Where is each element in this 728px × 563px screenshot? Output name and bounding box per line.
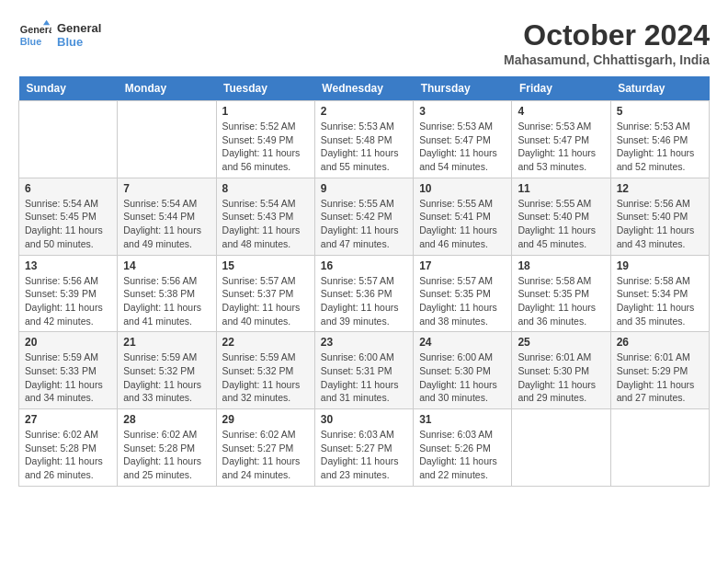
day-info: Sunrise: 5:55 AMSunset: 5:40 PMDaylight:… — [518, 197, 604, 251]
day-number: 5 — [617, 105, 703, 118]
day-info: Sunrise: 5:58 AMSunset: 5:35 PMDaylight:… — [518, 274, 604, 328]
day-info: Sunrise: 6:02 AMSunset: 5:28 PMDaylight:… — [25, 428, 111, 482]
calendar-cell: 13Sunrise: 5:56 AMSunset: 5:39 PMDayligh… — [19, 255, 118, 332]
calendar-cell: 26Sunrise: 6:01 AMSunset: 5:29 PMDayligh… — [610, 332, 709, 409]
logo-icon: General Blue — [18, 18, 51, 52]
location-subtitle: Mahasamund, Chhattisgarh, India — [504, 52, 710, 67]
day-info: Sunrise: 6:03 AMSunset: 5:26 PMDaylight:… — [419, 428, 506, 482]
calendar-cell: 29Sunrise: 6:02 AMSunset: 5:27 PMDayligh… — [216, 409, 314, 487]
day-number: 3 — [419, 105, 506, 118]
svg-text:General: General — [20, 24, 51, 35]
day-info: Sunrise: 5:59 AMSunset: 5:33 PMDaylight:… — [25, 350, 111, 405]
day-number: 24 — [419, 336, 506, 349]
page-header: General Blue General Blue October 2024 M… — [18, 18, 710, 67]
logo: General Blue General Blue — [18, 18, 101, 52]
day-number: 9 — [321, 182, 407, 195]
col-saturday: Saturday — [610, 76, 709, 101]
day-number: 4 — [518, 105, 604, 118]
day-number: 6 — [25, 182, 111, 195]
calendar-cell: 18Sunrise: 5:58 AMSunset: 5:35 PMDayligh… — [512, 255, 610, 332]
calendar-cell: 12Sunrise: 5:56 AMSunset: 5:40 PMDayligh… — [610, 178, 709, 255]
calendar-cell: 7Sunrise: 5:54 AMSunset: 5:44 PMDaylight… — [118, 178, 216, 255]
day-info: Sunrise: 5:59 AMSunset: 5:32 PMDaylight:… — [123, 350, 210, 405]
day-number: 22 — [222, 336, 309, 349]
day-info: Sunrise: 5:58 AMSunset: 5:34 PMDaylight:… — [617, 274, 703, 328]
day-number: 27 — [25, 413, 111, 426]
day-number: 11 — [518, 182, 604, 195]
day-number: 16 — [321, 259, 407, 272]
logo-blue: Blue — [57, 35, 101, 49]
calendar-cell: 8Sunrise: 5:54 AMSunset: 5:43 PMDaylight… — [216, 178, 314, 255]
col-friday: Friday — [512, 76, 610, 101]
calendar-cell — [118, 101, 216, 178]
calendar-week-row: 6Sunrise: 5:54 AMSunset: 5:45 PMDaylight… — [19, 178, 710, 255]
calendar-header-row: Sunday Monday Tuesday Wednesday Thursday… — [19, 76, 710, 101]
day-info: Sunrise: 5:54 AMSunset: 5:44 PMDaylight:… — [123, 197, 210, 251]
day-info: Sunrise: 5:59 AMSunset: 5:32 PMDaylight:… — [222, 350, 309, 405]
calendar-cell: 2Sunrise: 5:53 AMSunset: 5:48 PMDaylight… — [314, 101, 413, 178]
calendar-cell — [19, 101, 118, 178]
day-number: 25 — [518, 336, 604, 349]
calendar-cell: 10Sunrise: 5:55 AMSunset: 5:41 PMDayligh… — [414, 178, 512, 255]
logo-general: General — [57, 21, 101, 35]
calendar-cell: 30Sunrise: 6:03 AMSunset: 5:27 PMDayligh… — [314, 409, 413, 487]
day-info: Sunrise: 6:00 AMSunset: 5:31 PMDaylight:… — [321, 350, 407, 405]
svg-marker-2 — [43, 20, 50, 25]
col-tuesday: Tuesday — [216, 76, 314, 101]
day-number: 14 — [123, 259, 210, 272]
day-number: 21 — [123, 336, 210, 349]
day-info: Sunrise: 6:03 AMSunset: 5:27 PMDaylight:… — [321, 428, 407, 482]
calendar-cell: 31Sunrise: 6:03 AMSunset: 5:26 PMDayligh… — [414, 409, 512, 487]
day-info: Sunrise: 6:01 AMSunset: 5:30 PMDaylight:… — [518, 350, 604, 405]
svg-text:Blue: Blue — [20, 36, 41, 47]
day-number: 23 — [321, 336, 407, 349]
calendar-cell: 14Sunrise: 5:56 AMSunset: 5:38 PMDayligh… — [118, 255, 216, 332]
title-block: October 2024 Mahasamund, Chhattisgarh, I… — [504, 18, 710, 67]
calendar-cell: 1Sunrise: 5:52 AMSunset: 5:49 PMDaylight… — [216, 101, 314, 178]
day-info: Sunrise: 5:56 AMSunset: 5:38 PMDaylight:… — [123, 274, 210, 328]
calendar-cell — [512, 409, 610, 487]
day-number: 28 — [123, 413, 210, 426]
calendar-cell — [610, 409, 709, 487]
day-number: 19 — [617, 259, 703, 272]
calendar-cell: 27Sunrise: 6:02 AMSunset: 5:28 PMDayligh… — [19, 409, 118, 487]
calendar-cell: 22Sunrise: 5:59 AMSunset: 5:32 PMDayligh… — [216, 332, 314, 409]
col-sunday: Sunday — [19, 76, 118, 101]
day-number: 18 — [518, 259, 604, 272]
calendar-cell: 17Sunrise: 5:57 AMSunset: 5:35 PMDayligh… — [414, 255, 512, 332]
day-number: 1 — [222, 105, 309, 118]
calendar-cell: 28Sunrise: 6:02 AMSunset: 5:28 PMDayligh… — [118, 409, 216, 487]
calendar-cell: 16Sunrise: 5:57 AMSunset: 5:36 PMDayligh… — [314, 255, 413, 332]
day-info: Sunrise: 5:56 AMSunset: 5:39 PMDaylight:… — [25, 274, 111, 328]
calendar-cell: 5Sunrise: 5:53 AMSunset: 5:46 PMDaylight… — [610, 101, 709, 178]
calendar-cell: 3Sunrise: 5:53 AMSunset: 5:47 PMDaylight… — [414, 101, 512, 178]
day-info: Sunrise: 5:57 AMSunset: 5:36 PMDaylight:… — [321, 274, 407, 328]
calendar-cell: 4Sunrise: 5:53 AMSunset: 5:47 PMDaylight… — [512, 101, 610, 178]
day-info: Sunrise: 5:53 AMSunset: 5:48 PMDaylight:… — [321, 120, 407, 174]
calendar-week-row: 13Sunrise: 5:56 AMSunset: 5:39 PMDayligh… — [19, 255, 710, 332]
calendar-cell: 21Sunrise: 5:59 AMSunset: 5:32 PMDayligh… — [118, 332, 216, 409]
calendar-cell: 25Sunrise: 6:01 AMSunset: 5:30 PMDayligh… — [512, 332, 610, 409]
day-info: Sunrise: 6:01 AMSunset: 5:29 PMDaylight:… — [617, 350, 703, 405]
day-info: Sunrise: 5:56 AMSunset: 5:40 PMDaylight:… — [617, 197, 703, 251]
calendar-week-row: 27Sunrise: 6:02 AMSunset: 5:28 PMDayligh… — [19, 409, 710, 487]
day-info: Sunrise: 5:54 AMSunset: 5:43 PMDaylight:… — [222, 197, 309, 251]
day-number: 10 — [419, 182, 506, 195]
day-info: Sunrise: 5:53 AMSunset: 5:47 PMDaylight:… — [518, 120, 604, 174]
calendar-cell: 6Sunrise: 5:54 AMSunset: 5:45 PMDaylight… — [19, 178, 118, 255]
day-info: Sunrise: 5:54 AMSunset: 5:45 PMDaylight:… — [25, 197, 111, 251]
day-number: 7 — [123, 182, 210, 195]
day-number: 8 — [222, 182, 309, 195]
calendar-week-row: 1Sunrise: 5:52 AMSunset: 5:49 PMDaylight… — [19, 101, 710, 178]
day-number: 12 — [617, 182, 703, 195]
calendar-cell: 15Sunrise: 5:57 AMSunset: 5:37 PMDayligh… — [216, 255, 314, 332]
month-title: October 2024 — [504, 18, 710, 52]
col-wednesday: Wednesday — [314, 76, 413, 101]
day-info: Sunrise: 6:02 AMSunset: 5:28 PMDaylight:… — [123, 428, 210, 482]
day-info: Sunrise: 6:02 AMSunset: 5:27 PMDaylight:… — [222, 428, 309, 482]
day-number: 26 — [617, 336, 703, 349]
day-info: Sunrise: 5:53 AMSunset: 5:47 PMDaylight:… — [419, 120, 506, 174]
day-number: 29 — [222, 413, 309, 426]
day-number: 15 — [222, 259, 309, 272]
calendar-week-row: 20Sunrise: 5:59 AMSunset: 5:33 PMDayligh… — [19, 332, 710, 409]
